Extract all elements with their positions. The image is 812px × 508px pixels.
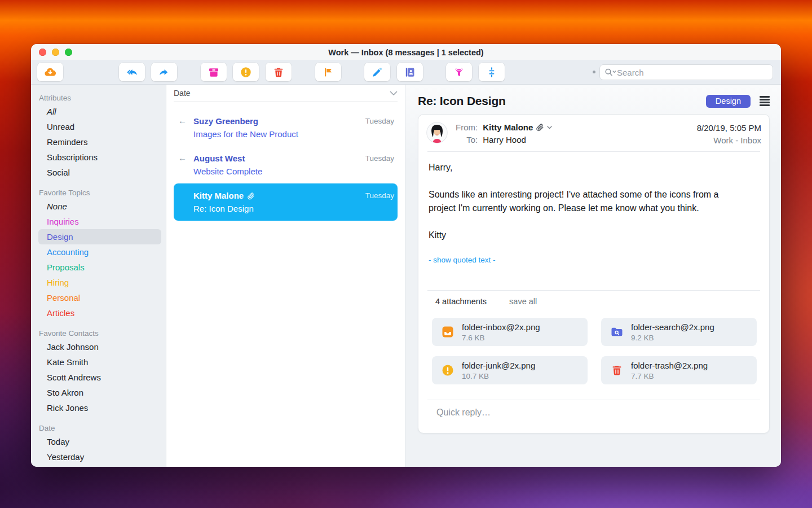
message-subject: Images for the New Product — [193, 129, 394, 139]
titlebar: Work — Inbox (8 messages | 1 selected) — [31, 44, 781, 60]
message-sender: Kitty Malone — [193, 191, 255, 200]
sidebar-item-social[interactable]: Social — [38, 165, 161, 180]
from-label: From: — [456, 122, 478, 132]
attachment-folder-trash[interactable]: folder-trash@2x.png7.7 KB — [601, 356, 757, 384]
trash-icon — [610, 364, 624, 377]
tag-design-button[interactable]: Design — [706, 95, 751, 108]
attachment-name: folder-junk@2x.png — [462, 361, 535, 370]
sidebar-section-favorite-contacts: Favorite Contacts — [39, 329, 161, 338]
attachment-name: folder-search@2x.png — [631, 322, 714, 332]
window-controls — [39, 49, 72, 56]
minimize-window-button[interactable] — [52, 49, 59, 56]
message-row-kitty-malone[interactable]: Kitty Malone Tuesday Re: Icon Design — [174, 183, 398, 221]
funnel-icon — [452, 65, 466, 79]
close-window-button[interactable] — [39, 49, 46, 56]
chevron-down-icon[interactable] — [547, 126, 552, 129]
junk-button[interactable] — [233, 63, 259, 81]
message-date: Tuesday — [365, 191, 394, 200]
sidebar-item-kate-smith[interactable]: Kate Smith — [38, 354, 161, 370]
attachment-size: 10.7 KB — [462, 372, 535, 380]
quick-reply-input[interactable] — [436, 408, 752, 418]
sidebar-item-sto-akron[interactable]: Sto Akron — [38, 385, 161, 400]
show-quoted-text-link[interactable]: - show quoted text - — [429, 256, 496, 264]
sidebar: Attributes All Unread Reminders Subscrip… — [31, 85, 166, 467]
search-icon — [604, 68, 617, 77]
message-row-august-west[interactable]: ← August West Tuesday Website Complete — [174, 146, 398, 183]
avatar — [426, 122, 448, 143]
sidebar-section-favorite-topics: Favorite Topics — [39, 189, 161, 197]
sidebar-section-attributes: Attributes — [39, 94, 161, 102]
body-signature: Kitty — [429, 229, 759, 242]
warning-icon — [441, 364, 454, 377]
paperclip-icon[interactable] — [536, 123, 544, 132]
sidebar-item-scott-andrews[interactable]: Scott Andrews — [38, 370, 161, 385]
folder-search-icon — [610, 325, 624, 339]
message-sender: August West — [193, 154, 245, 163]
forward-button[interactable] — [151, 63, 177, 81]
sidebar-item-subscriptions[interactable]: Subscriptions — [38, 150, 161, 165]
attachment-folder-search[interactable]: folder-search@2x.png9.2 KB — [601, 318, 757, 346]
sidebar-item-hiring[interactable]: Hiring — [38, 275, 161, 290]
sidebar-item-unread[interactable]: Unread — [38, 119, 161, 134]
filter-button[interactable] — [446, 63, 472, 81]
attachment-folder-inbox[interactable]: folder-inbox@2x.png7.6 KB — [432, 318, 588, 346]
toolbar-separator-dot — [593, 71, 595, 73]
pencil-icon — [370, 65, 384, 79]
sidebar-item-reminders[interactable]: Reminders — [38, 134, 161, 150]
reading-subject: Re: Icon Design — [418, 94, 506, 108]
sidebar-item-accounting[interactable]: Accounting — [38, 244, 161, 260]
trash-button[interactable] — [266, 63, 292, 81]
sidebar-item-design[interactable]: Design — [38, 229, 161, 244]
from-name: Kitty Malone — [483, 122, 552, 132]
message-subject: Website Complete — [193, 167, 394, 176]
sidebar-item-personal[interactable]: Personal — [38, 290, 161, 305]
archive-button[interactable] — [201, 63, 227, 81]
cloud-upload-button[interactable] — [37, 63, 63, 81]
body-paragraph: Sounds like an interesting project! I've… — [429, 188, 747, 215]
sidebar-item-inquiries[interactable]: Inquiries — [38, 214, 161, 229]
zoom-window-button[interactable] — [65, 49, 72, 56]
replied-arrow-icon: ← — [178, 153, 187, 163]
sliders-icon — [485, 65, 498, 79]
sidebar-item-today[interactable]: Today — [38, 434, 161, 449]
sidebar-item-articles[interactable]: Articles — [38, 305, 161, 321]
address-book-icon — [403, 65, 417, 79]
sidebar-item-all[interactable]: All — [38, 104, 161, 119]
search-input[interactable] — [617, 68, 768, 77]
to-label: To: — [456, 135, 478, 144]
warning-icon — [239, 65, 253, 79]
reading-pane: Re: Icon Design Design — [405, 85, 781, 467]
attachment-name: folder-inbox@2x.png — [462, 322, 540, 332]
contacts-button[interactable] — [397, 63, 423, 81]
message-subject: Re: Icon Design — [193, 204, 394, 213]
attachment-size: 9.2 KB — [631, 334, 714, 342]
sidebar-section-date: Date — [39, 424, 161, 432]
save-all-link[interactable]: save all — [509, 297, 537, 306]
compose-button[interactable] — [364, 63, 390, 81]
attachment-name: folder-trash@2x.png — [631, 361, 708, 370]
attachment-folder-junk[interactable]: folder-junk@2x.png10.7 KB — [432, 356, 588, 384]
menu-icon[interactable] — [760, 96, 770, 106]
message-body: Harry, Sounds like an interesting projec… — [418, 152, 769, 242]
flag-icon — [321, 65, 335, 79]
message-mailbox: Work - Inbox — [697, 135, 761, 145]
adjust-button[interactable] — [479, 63, 505, 81]
message-list-pane: Date ← Suzy Greenberg Tuesday Images for… — [166, 85, 405, 467]
search-field[interactable] — [599, 64, 773, 80]
sidebar-item-none[interactable]: None — [38, 199, 161, 214]
toolbar — [31, 60, 781, 85]
sidebar-item-jack-johnson[interactable]: Jack Johnson — [38, 339, 161, 354]
sidebar-item-proposals[interactable]: Proposals — [38, 260, 161, 275]
reply-all-button[interactable] — [119, 63, 145, 81]
divider — [427, 400, 760, 400]
reply-all-icon — [125, 65, 139, 79]
cloud-upload-icon — [43, 65, 57, 79]
flag-button[interactable] — [315, 63, 341, 81]
message-row-suzy-greenberg[interactable]: ← Suzy Greenberg Tuesday Images for the … — [174, 109, 398, 146]
replied-arrow-icon: ← — [178, 116, 187, 125]
attachments-count: 4 attachments — [435, 297, 487, 306]
sidebar-item-rick-jones[interactable]: Rick Jones — [38, 400, 161, 415]
sidebar-item-yesterday[interactable]: Yesterday — [38, 449, 161, 465]
to-name: Harry Hood — [483, 135, 552, 144]
list-sort-header[interactable]: Date — [174, 85, 398, 102]
